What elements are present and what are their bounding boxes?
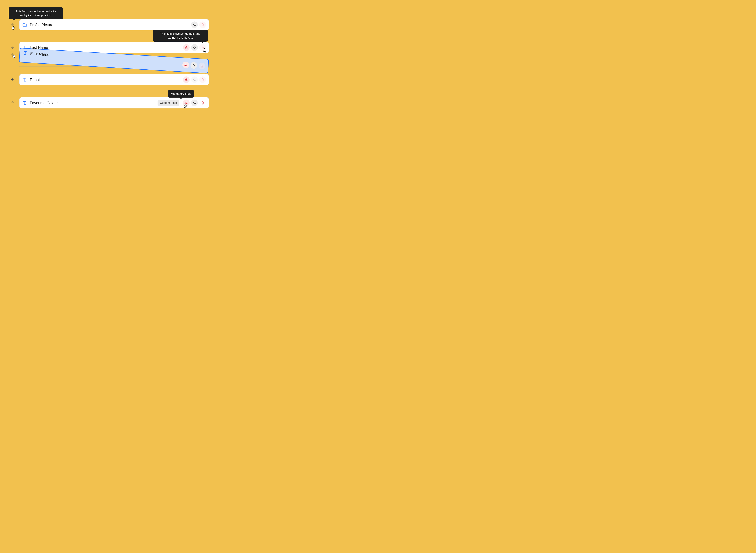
tooltip-mandatory-field: Mandatory Field — [168, 90, 194, 97]
field-row-profile-picture[interactable]: Profile Picture — [19, 19, 209, 30]
drag-handle-icon[interactable] — [10, 101, 14, 104]
tooltip-locked-move: This field cannot be moved - it's set by… — [9, 7, 63, 19]
svg-point-1 — [186, 48, 187, 48]
tooltip-text: This field is system default, and cannot… — [156, 32, 205, 40]
text-type-icon — [22, 100, 27, 105]
delete-button — [199, 21, 206, 28]
settings-button[interactable] — [191, 76, 198, 83]
delete-button — [199, 44, 206, 51]
text-type-icon — [22, 77, 27, 82]
settings-button[interactable] — [191, 21, 198, 28]
drag-handle-icon[interactable] — [10, 46, 14, 49]
folder-icon — [22, 22, 27, 27]
lock-button[interactable] — [182, 61, 189, 69]
drag-handle-icon[interactable] — [11, 53, 14, 56]
svg-point-5 — [186, 80, 187, 80]
field-label: Profile Picture — [30, 23, 190, 27]
lock-button[interactable] — [183, 44, 190, 51]
settings-button[interactable] — [191, 44, 198, 51]
tooltip-system-default: This field is system default, and cannot… — [153, 30, 208, 42]
tooltip-text: Mandatory Field — [171, 92, 191, 96]
field-row-email[interactable]: E-mail — [19, 74, 209, 85]
lock-button[interactable] — [183, 99, 190, 106]
field-label: First Name — [30, 51, 181, 65]
tooltip-text: This field cannot be moved - it's set by… — [12, 9, 60, 17]
svg-point-7 — [186, 103, 187, 104]
text-type-icon — [22, 50, 28, 56]
delete-button[interactable] — [199, 99, 206, 106]
field-label: E-mail — [30, 78, 181, 82]
field-label: Last Name — [30, 46, 181, 50]
svg-point-3 — [185, 65, 186, 66]
settings-button[interactable] — [191, 99, 198, 106]
field-label: Favourite Colour — [30, 101, 158, 105]
lock-button[interactable] — [183, 76, 190, 83]
delete-button — [198, 62, 205, 69]
delete-button — [199, 76, 206, 83]
drag-handle-icon — [11, 23, 14, 26]
settings-button[interactable] — [190, 62, 197, 69]
drag-handle-icon[interactable] — [10, 78, 14, 81]
custom-field-badge: Custom Field — [158, 100, 179, 106]
